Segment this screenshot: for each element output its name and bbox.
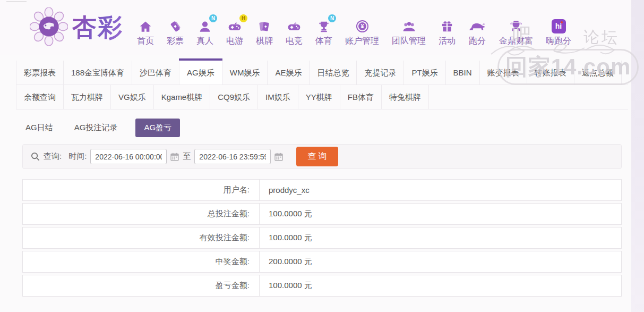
tab-daily-summary[interactable]: 日结总览 <box>310 61 357 85</box>
tab-188-sport[interactable]: 188金宝博体育 <box>64 61 132 85</box>
nav-item-jinding-wealth[interactable]: 金鼎财富 <box>493 18 539 47</box>
subtab-ag-bet-records[interactable]: AG投注记录 <box>71 119 121 137</box>
row-label: 总投注金额: <box>23 204 260 224</box>
nav-item-lottery[interactable]: 彩票 <box>160 18 190 47</box>
tab-fb-sport[interactable]: FB体育 <box>340 85 382 109</box>
page-right-gradient <box>631 0 644 312</box>
tab-lottery-report[interactable]: 彩票报表 <box>16 61 64 85</box>
nav-item-activity[interactable]: 活动 <box>432 18 462 47</box>
person-icon: N <box>198 18 212 33</box>
nav-item-live[interactable]: N 真人 <box>190 18 220 47</box>
notification-dot <box>561 21 563 23</box>
row-label: 盈亏金额: <box>23 275 260 296</box>
nav-item-home[interactable]: 首页 <box>131 18 160 47</box>
nav-item-egames[interactable]: H 电游 <box>220 18 250 47</box>
calendar-icon[interactable] <box>274 153 283 161</box>
tab-shaba-sport[interactable]: 沙巴体育 <box>132 61 179 85</box>
nav-label: 电游 <box>226 36 243 47</box>
ag-subtabs: AG日结 AG投注记录 AG盈亏 <box>22 119 622 137</box>
nav-label: 棋牌 <box>256 36 273 47</box>
logo-text: 杏彩 <box>72 11 123 44</box>
nav-label: 首页 <box>137 36 154 47</box>
time-label: 时间: <box>68 151 87 162</box>
tab-row-1: 彩票报表 188金宝博体育 沙巴体育 AG娱乐 WM娱乐 AE娱乐 日结总览 充… <box>16 61 628 85</box>
tab-vg-entertainment[interactable]: VG娱乐 <box>111 85 154 109</box>
new-badge: N <box>328 14 336 22</box>
tab-bbin[interactable]: BBIN <box>446 61 480 85</box>
search-bar: 查询: 时间: 至 查 询 <box>22 144 622 169</box>
nav-label: 跑分 <box>469 36 486 47</box>
tab-kgame-boardgames[interactable]: Kgame棋牌 <box>154 85 211 109</box>
table-row: 有效投注金额: 100.0000 元 <box>22 227 622 249</box>
ag-profit-report: 用户名: proddyc_xc 总投注金额: 100.0000 元 有效投注金额… <box>22 179 622 297</box>
tab-ag-entertainment[interactable]: AG娱乐 <box>179 61 222 85</box>
table-row: 用户名: proddyc_xc <box>22 179 622 201</box>
nav-item-esports[interactable]: 电竞 <box>279 18 309 47</box>
nav-label: 嗨跑分 <box>546 36 571 47</box>
ticket-icon <box>168 18 182 33</box>
to-label: 至 <box>183 151 191 162</box>
logo-flower-icon <box>30 7 68 48</box>
nav-item-paofen[interactable]: 跑分 <box>462 18 493 47</box>
tab-tetu-boardgames[interactable]: 特兔棋牌 <box>382 85 429 109</box>
nav-label: 电竞 <box>286 36 303 47</box>
coin-icon: ¥ <box>355 18 370 33</box>
nav-label: 团队管理 <box>392 36 426 47</box>
team-icon <box>402 18 416 33</box>
hi-icon: hi <box>552 18 566 33</box>
nav-item-boardgames[interactable]: 棋牌 <box>250 18 279 47</box>
top-edge-dash <box>6 1 27 2</box>
nav-label: 活动 <box>439 36 456 47</box>
tab-rebate-total[interactable]: 返点总额 <box>574 61 622 85</box>
search-button[interactable]: 查 询 <box>296 147 338 166</box>
subtab-ag-daily[interactable]: AG日结 <box>22 119 56 137</box>
row-value: proddyc_xc <box>260 180 621 200</box>
tab-cq9-entertainment[interactable]: CQ9娱乐 <box>210 85 258 109</box>
tab-row-2: 余额查询 瓦力棋牌 VG娱乐 Kgame棋牌 CQ9娱乐 IM娱乐 YY棋牌 F… <box>16 85 628 109</box>
date-from-input[interactable] <box>90 149 167 164</box>
row-value: 200.0000 元 <box>260 251 621 272</box>
nav-item-hi-paofen[interactable]: hi 嗨跑分 <box>539 18 578 47</box>
rhino-icon <box>468 18 486 33</box>
new-badge: N <box>209 14 217 22</box>
table-row: 中奖金额: 200.0000 元 <box>22 251 622 273</box>
tab-pt-entertainment[interactable]: PT娱乐 <box>404 61 445 85</box>
tab-ae-entertainment[interactable]: AE娱乐 <box>268 61 310 85</box>
tab-balance-query[interactable]: 余额查询 <box>16 85 64 109</box>
row-value: 100.0000 元 <box>260 275 621 296</box>
calendar-icon[interactable] <box>170 153 179 161</box>
gamepad-icon: H <box>227 18 242 33</box>
gamepad-icon <box>287 18 302 33</box>
nav-item-sports[interactable]: N 体育 <box>309 18 339 47</box>
nav-label: 金鼎财富 <box>499 36 533 47</box>
tab-deposit-withdraw-records[interactable]: 充提记录 <box>357 61 404 85</box>
row-label: 有效投注金额: <box>23 227 260 248</box>
tab-yy-boardgames[interactable]: YY棋牌 <box>298 85 340 109</box>
top-navigation: 杏彩 首页 彩票 <box>0 0 644 55</box>
date-to-input[interactable] <box>194 149 271 164</box>
subtab-ag-profit[interactable]: AG盈亏 <box>135 119 180 137</box>
nav-item-team-management[interactable]: 团队管理 <box>385 18 432 47</box>
cards-icon <box>257 18 271 33</box>
nav-label: 彩票 <box>167 36 184 47</box>
nav-label: 体育 <box>315 36 332 47</box>
tripod-icon <box>509 18 523 33</box>
platform-tabs: 彩票报表 188金宝博体育 沙巴体育 AG娱乐 WM娱乐 AE娱乐 日结总览 充… <box>16 61 628 109</box>
tab-im-entertainment[interactable]: IM娱乐 <box>258 85 298 109</box>
search-icon <box>31 152 40 161</box>
row-label: 用户名: <box>23 180 260 200</box>
svg-text:¥: ¥ <box>360 23 364 29</box>
tab-wm-entertainment[interactable]: WM娱乐 <box>222 61 268 85</box>
nav-label: 账户管理 <box>345 36 379 47</box>
tab-wali-boardgames[interactable]: 瓦力棋牌 <box>64 85 111 109</box>
nav-item-account-management[interactable]: ¥ 账户管理 <box>339 18 385 47</box>
hot-badge: H <box>239 14 247 22</box>
tab-transfer-report[interactable]: 转账报表 <box>527 61 574 85</box>
gift-icon <box>440 18 454 33</box>
query-label: 查询: <box>44 151 62 162</box>
site-logo[interactable]: 杏彩 <box>30 7 123 48</box>
tab-account-change-report[interactable]: 账变报表 <box>480 61 527 85</box>
table-row: 盈亏金额: 100.0000 元 <box>22 275 622 297</box>
main-menu: 首页 彩票 N 真人 <box>131 18 578 47</box>
table-row: 总投注金额: 100.0000 元 <box>22 203 622 225</box>
